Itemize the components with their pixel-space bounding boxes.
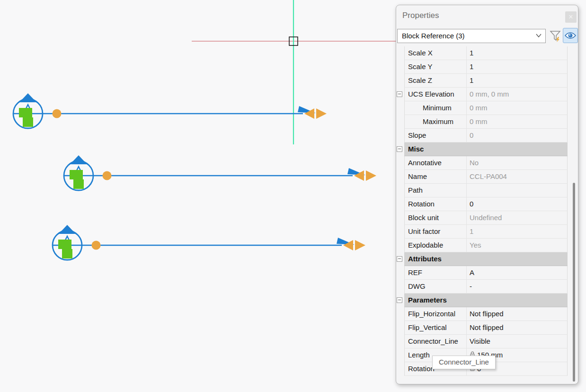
row-gutter	[396, 225, 404, 239]
row-label: Scale Z	[404, 74, 466, 88]
row-label: Flip_Horizontal	[404, 307, 466, 321]
row-gutter	[396, 143, 404, 156]
row-gutter	[396, 170, 404, 184]
block-green-rect-bottom	[62, 249, 72, 258]
row-value[interactable]: 1	[466, 225, 568, 239]
row-gutter	[396, 321, 404, 335]
row-value[interactable]: No	[466, 156, 568, 170]
property-row-scale-x[interactable]: Scale X1	[396, 46, 576, 60]
entity-selector-dropdown[interactable]: Block Reference (3)	[397, 29, 546, 43]
block-reference[interactable]	[53, 225, 365, 260]
row-gutter	[396, 239, 404, 252]
property-row-scale-y[interactable]: Scale Y1	[396, 60, 576, 74]
block-green-rect-top	[58, 240, 71, 249]
block-top-triangle	[70, 155, 87, 164]
row-value[interactable]: A	[466, 266, 568, 280]
row-value[interactable]: Not flipped	[466, 321, 568, 335]
property-row-slope[interactable]: Slope0	[396, 129, 576, 143]
block-reference[interactable]	[13, 93, 327, 128]
row-value-text: 0 mm	[470, 117, 488, 125]
properties-panel: Properties × Block Reference (3) Scale X…	[396, 5, 578, 384]
block-green-rect-bottom	[73, 179, 84, 189]
property-row-connector-line[interactable]: Connector_LineVisible	[396, 335, 576, 348]
block-top-triangle	[19, 93, 36, 102]
row-value[interactable]: -	[466, 280, 568, 294]
property-row-path[interactable]: Path	[396, 184, 576, 197]
section-header-parameters: Parameters	[396, 294, 576, 307]
scrollbar-thumb[interactable]	[573, 183, 575, 382]
property-row-rotation[interactable]: Rotation0	[396, 197, 576, 211]
flip-arrow-right[interactable]	[366, 170, 376, 181]
collapse-minus-icon[interactable]	[397, 91, 402, 97]
row-value-text: Not flipped	[470, 310, 504, 318]
row-value[interactable]: Undefined	[466, 211, 568, 225]
row-label: Scale Y	[404, 60, 466, 74]
property-row-dwg[interactable]: DWG-	[396, 280, 576, 294]
row-label: Scale X	[404, 46, 466, 60]
property-row-ucs-elevation[interactable]: UCS Elevation0 mm, 0 mm	[396, 88, 576, 101]
row-value[interactable]: 0 mm	[466, 115, 568, 129]
visibility-toggle-button[interactable]	[563, 28, 578, 43]
property-row-unit-factor[interactable]: Unit factor1	[396, 225, 576, 239]
chevron-down-icon	[536, 34, 542, 37]
tooltip: Connector_Line	[432, 356, 496, 369]
row-gutter	[396, 348, 404, 362]
row-label: Maximum	[404, 115, 466, 129]
collapse-minus-icon[interactable]	[397, 146, 402, 152]
row-value[interactable]: Not flipped	[466, 307, 568, 321]
grip-dot[interactable]	[53, 109, 62, 118]
flip-arrow-right[interactable]	[316, 108, 327, 119]
row-label: Slope	[404, 129, 466, 143]
flip-arrow-right[interactable]	[355, 240, 365, 250]
property-row-explodable[interactable]: ExplodableYes	[396, 239, 576, 252]
grip-dot[interactable]	[103, 171, 112, 180]
close-icon: ×	[568, 13, 573, 21]
grip-dot[interactable]	[92, 241, 101, 250]
row-value[interactable]: CCL-PA004	[466, 170, 568, 184]
row-label: Block unit	[404, 211, 466, 225]
property-row-name[interactable]: NameCCL-PA004	[396, 170, 576, 184]
row-gutter	[396, 46, 404, 60]
row-value[interactable]: Yes	[466, 239, 568, 252]
row-value[interactable]: 0	[466, 197, 568, 211]
property-row-flip-vertical[interactable]: Flip_VerticalNot flipped	[396, 321, 576, 335]
entity-selector-value: Block Reference (3)	[402, 32, 465, 40]
property-row-minimum[interactable]: Minimum0 mm	[396, 101, 576, 115]
section-label: Parameters	[404, 294, 568, 307]
row-value[interactable]: 1	[466, 60, 568, 74]
collapse-minus-icon[interactable]	[397, 297, 402, 303]
block-reference[interactable]	[64, 155, 376, 190]
panel-title: Properties	[402, 11, 439, 20]
eye-icon	[565, 32, 576, 39]
row-value[interactable]: 1	[466, 46, 568, 60]
row-value-text: -	[470, 282, 472, 290]
row-gutter	[396, 335, 404, 348]
row-gutter	[396, 129, 404, 143]
row-value[interactable]: 0 mm	[466, 101, 568, 115]
quick-select-button[interactable]	[549, 29, 562, 43]
row-value[interactable]: 0 mm, 0 mm	[466, 88, 568, 101]
row-value[interactable]	[466, 184, 568, 197]
row-value[interactable]: 1	[466, 74, 568, 88]
property-row-flip-horizontal[interactable]: Flip_HorizontalNot flipped	[396, 307, 576, 321]
row-gutter	[396, 101, 404, 115]
row-value-text: CCL-PA004	[470, 172, 507, 180]
row-label: Minimum	[404, 101, 466, 115]
property-row-block-unit[interactable]: Block unitUndefined	[396, 211, 576, 225]
property-row-maximum[interactable]: Maximum0 mm	[396, 115, 576, 129]
row-gutter	[396, 362, 404, 376]
property-row-scale-z[interactable]: Scale Z1	[396, 74, 576, 88]
property-row-ref[interactable]: REFA	[396, 266, 576, 280]
row-label: Annotative	[404, 156, 466, 170]
property-grid: Scale X1Scale Y1Scale Z1UCS Elevation0 m…	[396, 46, 576, 376]
row-value[interactable]: Visible	[466, 335, 568, 348]
row-gutter	[396, 307, 404, 321]
block-green-rect-bottom	[23, 117, 33, 127]
collapse-minus-icon[interactable]	[397, 256, 402, 262]
row-value-text: 1	[470, 227, 473, 235]
block-green-rect-top	[70, 170, 83, 179]
property-row-annotative[interactable]: AnnotativeNo	[396, 156, 576, 170]
row-gutter	[396, 156, 404, 170]
close-button[interactable]: ×	[565, 11, 577, 23]
row-value[interactable]: 0	[466, 129, 568, 143]
